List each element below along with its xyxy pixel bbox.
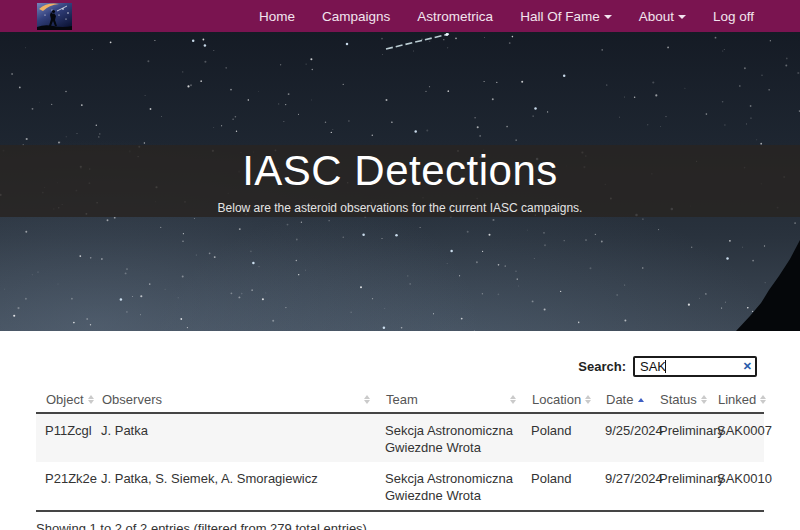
entries-summary: Showing 1 to 2 of 2 entries (filtered fr… bbox=[36, 521, 764, 530]
nav-item-astrometrica[interactable]: Astrometrica bbox=[417, 9, 493, 24]
cell-status: Preliminary bbox=[650, 413, 708, 462]
search-input[interactable] bbox=[633, 356, 757, 377]
nav-item-log-off[interactable]: Log off bbox=[713, 9, 754, 24]
iasc-logo[interactable] bbox=[37, 3, 72, 30]
column-label: Status bbox=[660, 392, 697, 407]
navbar: Home Campaigns Astrometrica Hall Of Fame… bbox=[0, 0, 800, 32]
cell-team: Sekcja Astronomiczna Gwiezdne Wrota bbox=[376, 462, 522, 511]
column-label: Linked bbox=[718, 392, 756, 407]
column-header-object[interactable]: Object bbox=[36, 387, 92, 413]
cell-location: Poland bbox=[522, 462, 596, 511]
nav-item-home[interactable]: Home bbox=[259, 9, 295, 24]
column-label: Observers bbox=[102, 392, 162, 407]
column-header-linked[interactable]: Linked bbox=[708, 387, 764, 413]
column-header-team[interactable]: Team bbox=[376, 387, 522, 413]
page-subtitle: Below are the asteroid observations for … bbox=[218, 201, 583, 215]
detections-table: Object Observers Team Location Date Stat… bbox=[36, 387, 764, 512]
sort-icon bbox=[701, 395, 707, 404]
sort-icon bbox=[585, 395, 591, 404]
search-label: Search: bbox=[578, 359, 626, 374]
column-header-status[interactable]: Status bbox=[650, 387, 708, 413]
cell-status: Preliminary bbox=[650, 462, 708, 511]
column-label: Object bbox=[46, 392, 84, 407]
chevron-down-icon bbox=[604, 15, 612, 19]
column-header-location[interactable]: Location bbox=[522, 387, 596, 413]
cell-observers: J. Patka bbox=[92, 413, 376, 462]
nav-item-campaigns[interactable]: Campaigns bbox=[322, 9, 390, 24]
hero-banner: IASC Detections Below are the asteroid o… bbox=[0, 32, 800, 331]
nav-item-label: About bbox=[639, 9, 674, 24]
column-label: Date bbox=[606, 392, 633, 407]
cell-date: 9/25/2024 bbox=[596, 413, 650, 462]
cell-linked: SAK0007 bbox=[708, 413, 764, 462]
nav-item-about[interactable]: About bbox=[639, 9, 686, 24]
nav-item-label: Hall Of Fame bbox=[520, 9, 600, 24]
clear-search-icon[interactable]: ✕ bbox=[743, 359, 752, 374]
column-label: Location bbox=[532, 392, 581, 407]
hero-overlay-band: IASC Detections Below are the asteroid o… bbox=[0, 145, 800, 217]
table-row: P21Zk2e J. Patka, S. Siemek, A. Smoragie… bbox=[36, 462, 764, 511]
main-content: Search: ✕ Object Observers Team Location… bbox=[0, 355, 800, 530]
cell-observers: J. Patka, S. Siemek, A. Smoragiewicz bbox=[92, 462, 376, 511]
text-caret bbox=[665, 360, 666, 373]
cell-linked: SAK0010 bbox=[708, 462, 764, 511]
column-header-observers[interactable]: Observers bbox=[92, 387, 376, 413]
sort-icon bbox=[760, 395, 766, 404]
sort-asc-icon bbox=[638, 398, 644, 402]
column-label: Team bbox=[386, 392, 418, 407]
chevron-down-icon bbox=[678, 15, 686, 19]
sort-icon bbox=[510, 395, 516, 404]
cell-team: Sekcja Astronomiczna Gwiezdne Wrota bbox=[376, 413, 522, 462]
page-title: IASC Detections bbox=[242, 148, 558, 194]
mountain-silhouette bbox=[736, 240, 800, 331]
cell-object: P21Zk2e bbox=[36, 462, 92, 511]
sort-icon bbox=[88, 395, 94, 404]
meteor-streak bbox=[386, 34, 449, 49]
nav-item-hall-of-fame[interactable]: Hall Of Fame bbox=[520, 9, 612, 24]
cell-date: 9/27/2024 bbox=[596, 462, 650, 511]
cell-object: P11Zcgl bbox=[36, 413, 92, 462]
table-header-row: Object Observers Team Location Date Stat… bbox=[36, 387, 764, 413]
table-row: P11Zcgl J. Patka Sekcja Astronomiczna Gw… bbox=[36, 413, 764, 462]
cell-location: Poland bbox=[522, 413, 596, 462]
column-header-date[interactable]: Date bbox=[596, 387, 650, 413]
nav-menu: Home Campaigns Astrometrica Hall Of Fame… bbox=[259, 9, 754, 24]
sort-icon bbox=[364, 395, 370, 404]
search-bar: Search: ✕ bbox=[0, 355, 757, 377]
